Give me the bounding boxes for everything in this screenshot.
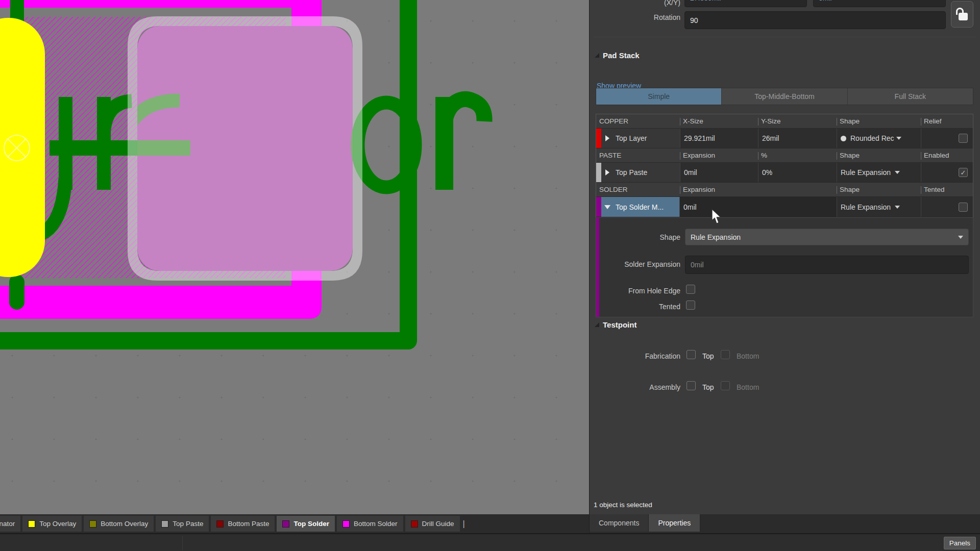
fabrication-bottom-checkbox[interactable] (721, 350, 730, 359)
solder-expansion-field[interactable]: 0mil (685, 256, 969, 274)
layer-tab-bottom-designator[interactable]: m Designator (0, 516, 20, 532)
layer-tab-top-overlay[interactable]: Top Overlay (22, 516, 82, 532)
fabrication-bottom-label: Bottom (737, 352, 759, 360)
tab-properties[interactable]: Properties (649, 514, 700, 532)
expand-down-icon[interactable] (604, 205, 610, 209)
chevron-down-icon[interactable] (895, 171, 900, 174)
layer-color-icon (89, 520, 96, 528)
shape-cell[interactable]: Rounded Rec (837, 129, 921, 148)
selected-layer-label[interactable]: Top Solder M... (601, 197, 679, 217)
solder-expansion-label: Solder Expansion (596, 260, 680, 268)
tab-full-stack[interactable]: Full Stack (848, 88, 973, 105)
tented-checkbox[interactable] (686, 300, 695, 310)
assembly-top-checkbox[interactable] (687, 381, 696, 390)
tented-label: Tented (596, 303, 680, 311)
layer-tab-drill-guide[interactable]: Drill Guide (405, 516, 460, 532)
layer-color-icon (342, 520, 350, 528)
stack-mode-tabs: Simple Top-Middle-Bottom Full Stack (596, 88, 973, 105)
solder-shape-cell[interactable]: Rule Expansion (837, 197, 921, 217)
expand-right-icon[interactable] (605, 135, 609, 141)
xy-label: (X/Y) (590, 0, 680, 7)
status-divider (182, 536, 183, 550)
x-position-field[interactable]: 27.339mil (684, 0, 807, 7)
layer-bar-overflow: | (463, 519, 465, 529)
top-solder-row[interactable]: Top Solder M... 0mil Rule Expansion (596, 196, 973, 217)
layer-tab-bottom-solder[interactable]: Bottom Solder (337, 516, 403, 532)
x-size-cell[interactable]: 29.921mil (680, 129, 758, 148)
layer-tab-bar: m Designator Top Overlay Bottom Overlay … (0, 514, 589, 533)
chevron-down-icon (958, 236, 963, 239)
fabrication-label: Fabrication (590, 352, 680, 360)
layer-color-icon (161, 520, 168, 528)
layer-tab-top-solder[interactable]: Top Solder (277, 516, 335, 532)
layer-color-icon (216, 520, 224, 528)
solder-tented-checkbox[interactable] (959, 203, 968, 212)
assembly-label: Assembly (590, 383, 680, 391)
relief-checkbox[interactable] (959, 134, 968, 143)
divider (594, 37, 976, 37)
rotation-field[interactable]: 90 (684, 11, 946, 29)
solder-expansion-cell[interactable]: 0mil (679, 197, 837, 217)
paste-percent-cell[interactable]: 0% (758, 163, 837, 182)
solder-detail-panel: Shape Rule Expansion Solder Expansion 0m… (596, 217, 973, 317)
layer-color-icon (411, 520, 418, 528)
fabrication-top-label: Top (702, 352, 714, 360)
unlocked-padlock-icon (956, 8, 968, 21)
tab-components[interactable]: Components (590, 514, 649, 532)
properties-panel: (X/Y) 27.339mil 0mil Rotation 90 Pad Sta… (589, 0, 980, 514)
rounded-rect-icon (841, 136, 846, 141)
top-overlay-pad[interactable] (0, 18, 45, 277)
layer-tab-bottom-overlay[interactable]: Bottom Overlay (84, 516, 154, 532)
paste-shape-cell[interactable]: Rule Expansion (837, 163, 921, 182)
from-hole-edge-checkbox[interactable] (686, 285, 695, 294)
layer-tab-bottom-paste[interactable]: Bottom Paste (211, 516, 275, 532)
panels-button[interactable]: Panels (944, 537, 976, 549)
pcb-drawing (0, 0, 589, 514)
panel-tab-bar: Components Properties (589, 514, 980, 533)
paste-header-row: PASTE Expansion % Shape Enabled (596, 148, 973, 162)
copper-header-row: COPPER X-Size Y-Size Shape Relief (596, 114, 973, 128)
selection-status: 1 object is selected (594, 501, 652, 509)
rotation-label: Rotation (590, 13, 680, 21)
layer-color-chip (596, 197, 601, 217)
collapse-triangle-icon (595, 322, 599, 327)
fabrication-top-checkbox[interactable] (687, 350, 696, 359)
tab-top-middle-bottom[interactable]: Top-Middle-Bottom (722, 88, 847, 105)
assembly-top-label: Top (702, 383, 714, 391)
top-layer-row[interactable]: Top Layer 29.921mil 26mil Rounded Rec (596, 128, 973, 148)
y-position-field[interactable]: 0mil (813, 0, 946, 7)
layer-color-icon (28, 520, 35, 528)
chevron-down-icon[interactable] (896, 137, 901, 140)
paste-enabled-checkbox[interactable] (959, 168, 968, 177)
shape-dropdown[interactable]: Rule Expansion (685, 229, 969, 245)
assembly-bottom-checkbox[interactable] (721, 381, 730, 390)
top-paste-row[interactable]: Top Paste 0mil 0% Rule Expansion (596, 162, 973, 183)
solder-header-row: SOLDER Expansion Shape Tented (596, 183, 973, 196)
from-hole-edge-label: From Hole Edge (596, 287, 680, 295)
paste-expansion-cell[interactable]: 0mil (680, 163, 758, 182)
pad-stack-header[interactable]: Pad Stack (595, 51, 640, 60)
collapse-triangle-icon (595, 53, 599, 58)
shape-label: Shape (596, 233, 680, 241)
layer-color-chip (596, 129, 601, 148)
expand-right-icon[interactable] (605, 169, 609, 176)
status-bar: Panels (0, 533, 980, 551)
layer-color-icon (282, 520, 289, 528)
pad-stack-title: Pad Stack (603, 51, 640, 60)
testpoint-title: Testpoint (603, 320, 636, 329)
pcb-canvas[interactable] (0, 0, 589, 514)
layer-color-chip (596, 163, 601, 182)
lock-button[interactable] (951, 1, 973, 28)
layer-tab-top-paste[interactable]: Top Paste (156, 516, 209, 532)
pad-stack-table: COPPER X-Size Y-Size Shape Relief Top La… (596, 114, 973, 217)
chevron-down-icon[interactable] (895, 206, 900, 209)
assembly-bottom-label: Bottom (737, 383, 759, 391)
tab-simple[interactable]: Simple (596, 88, 722, 105)
testpoint-header[interactable]: Testpoint (595, 320, 636, 329)
y-size-cell[interactable]: 26mil (758, 129, 837, 148)
